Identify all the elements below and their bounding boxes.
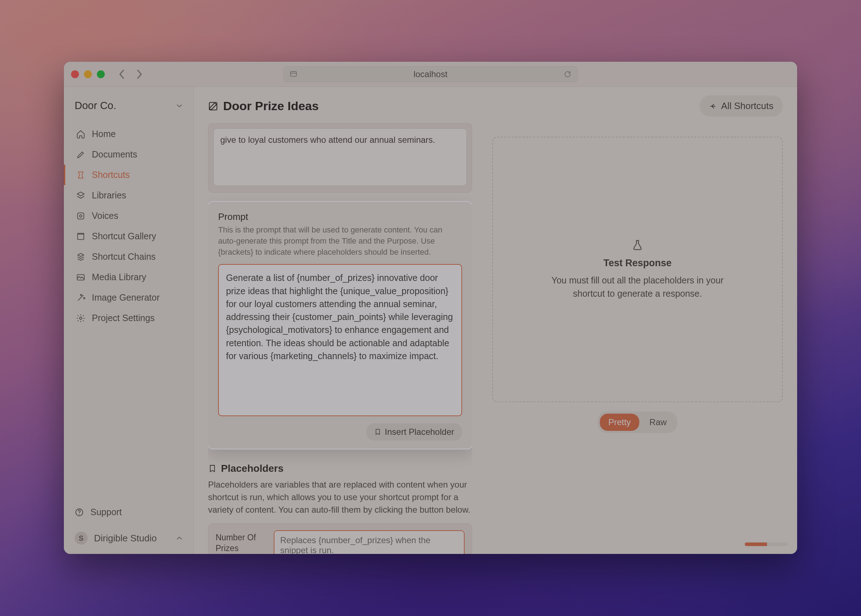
workspace-switcher[interactable]: Door Co. <box>64 93 193 120</box>
svg-point-5 <box>80 317 82 319</box>
url-text: localhost <box>414 69 448 79</box>
prompt-help-text: This is the prompt that will be used to … <box>218 225 462 258</box>
placeholders-heading: Placeholders <box>208 463 472 474</box>
prompt-card: Prompt This is the prompt that will be u… <box>208 202 472 448</box>
flask-icon <box>632 239 644 251</box>
reload-icon[interactable] <box>564 70 572 78</box>
sidebar-item-label: Project Settings <box>92 313 155 323</box>
studio-switcher[interactable]: S Dirigible Studio <box>64 524 193 554</box>
svg-rect-3 <box>77 234 83 239</box>
home-icon <box>76 129 85 139</box>
sidebar-item-support[interactable]: Support <box>64 500 193 524</box>
bookmark-icon <box>208 464 217 473</box>
svg-point-2 <box>80 215 82 217</box>
test-response-title: Test Response <box>603 258 672 269</box>
test-response-panel: Test Response You must fill out all the … <box>492 137 783 402</box>
studio-avatar: S <box>75 532 88 545</box>
insert-placeholder-button[interactable]: Insert Placeholder <box>366 423 462 440</box>
svg-rect-1 <box>77 213 83 219</box>
prompt-textarea[interactable] <box>218 264 462 416</box>
progress-bar <box>745 542 788 546</box>
sidebar-item-media-library[interactable]: Media Library <box>64 267 193 288</box>
browser-window: localhost Door Co. Home Documents <box>64 62 797 554</box>
edit-icon[interactable] <box>208 101 218 111</box>
studio-name: Dirigible Studio <box>94 533 157 544</box>
workspace-name: Door Co. <box>75 100 116 112</box>
toggle-pretty[interactable]: Pretty <box>600 414 639 431</box>
support-label: Support <box>90 507 122 517</box>
forward-button[interactable] <box>136 69 143 79</box>
toggle-raw[interactable]: Raw <box>641 414 675 431</box>
placeholder-field: Number Of Prizes <box>208 523 472 554</box>
sidebar-item-libraries[interactable]: Libraries <box>64 185 193 206</box>
wand-icon <box>76 293 85 302</box>
progress-fill <box>745 542 767 546</box>
close-window-button[interactable] <box>71 70 79 78</box>
chevron-up-icon <box>176 535 182 541</box>
prompt-section-title: Prompt <box>218 211 462 222</box>
sidebar-item-label: Media Library <box>92 272 146 282</box>
response-view-toggle: Pretty Raw <box>598 412 678 433</box>
browser-titlebar: localhost <box>64 62 797 87</box>
library-icon <box>76 191 85 200</box>
back-button[interactable] <box>118 69 126 79</box>
sidebar-item-label: Shortcuts <box>92 170 130 180</box>
test-response-message: You must fill out all the placeholders i… <box>537 274 738 300</box>
gallery-icon <box>76 232 85 241</box>
bookmark-icon <box>374 428 381 435</box>
window-controls <box>71 70 105 78</box>
purpose-field-wrap <box>208 123 472 193</box>
chevron-down-icon <box>176 103 182 109</box>
sidebar: Door Co. Home Documents Shortcuts <box>64 87 194 554</box>
sidebar-item-shortcuts[interactable]: Shortcuts <box>64 165 193 185</box>
shortcuts-icon <box>76 170 85 180</box>
main-content: Door Prize Ideas All Shortcuts Prompt Th… <box>194 87 797 554</box>
page-title: Door Prize Ideas <box>208 99 319 113</box>
sidebar-item-label: Home <box>92 129 116 139</box>
sidebar-item-shortcut-gallery[interactable]: Shortcut Gallery <box>64 226 193 247</box>
arrow-left-icon <box>709 102 717 110</box>
media-icon <box>76 273 85 282</box>
sidebar-item-label: Shortcut Chains <box>92 251 156 262</box>
sidebar-item-label: Image Generator <box>92 292 160 303</box>
pen-icon <box>76 150 85 159</box>
placeholders-description: Placeholders are variables that are repl… <box>208 479 472 516</box>
browser-nav-arrows <box>118 69 143 79</box>
sidebar-item-label: Libraries <box>92 190 126 201</box>
sidebar-item-voices[interactable]: Voices <box>64 206 193 226</box>
sidebar-item-project-settings[interactable]: Project Settings <box>64 308 193 328</box>
placeholder-label: Number Of Prizes <box>215 530 266 554</box>
all-shortcuts-button[interactable]: All Shortcuts <box>699 96 783 116</box>
sidebar-item-image-generator[interactable]: Image Generator <box>64 288 193 308</box>
sidebar-item-label: Shortcut Gallery <box>92 231 156 242</box>
fullscreen-window-button[interactable] <box>97 70 105 78</box>
sidebar-item-home[interactable]: Home <box>64 124 193 144</box>
sidebar-item-shortcut-chains[interactable]: Shortcut Chains <box>64 247 193 267</box>
purpose-textarea[interactable] <box>214 129 467 186</box>
url-bar[interactable]: localhost <box>283 66 578 82</box>
site-settings-icon[interactable] <box>289 70 297 78</box>
svg-point-7 <box>79 514 80 514</box>
chains-icon <box>76 252 85 262</box>
voices-icon <box>76 211 85 221</box>
svg-rect-0 <box>291 71 297 76</box>
sidebar-item-documents[interactable]: Documents <box>64 144 193 165</box>
placeholders-section: Placeholders Placeholders are variables … <box>208 458 472 554</box>
help-icon <box>75 508 84 517</box>
sidebar-item-label: Documents <box>92 149 137 160</box>
placeholder-input[interactable] <box>274 530 465 554</box>
gear-icon <box>76 314 85 323</box>
sidebar-item-label: Voices <box>92 211 118 221</box>
minimize-window-button[interactable] <box>84 70 92 78</box>
